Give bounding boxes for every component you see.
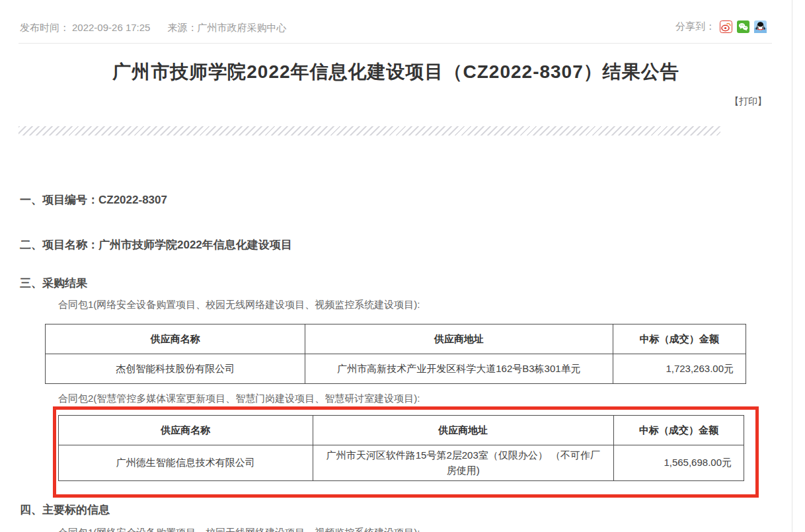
package2-label: 合同包2(智慧管控多媒体课室更新项目、智慧门岗建设项目、智慧研讨室建设项目): bbox=[58, 393, 420, 405]
table-header-row: 供应商名称 供应商地址 中标（成交）金额 bbox=[46, 324, 746, 354]
col-header-award-amount: 中标（成交）金额 bbox=[613, 416, 744, 445]
hatched-divider bbox=[19, 126, 720, 135]
table-header-row: 供应商名称 供应商地址 中标（成交）金额 bbox=[59, 416, 744, 445]
page-title: 广州市技师学院2022年信息化建设项目（CZ2022-8307）结果公告 bbox=[0, 59, 792, 85]
package1-table: 供应商名称 供应商地址 中标（成交）金额 杰创智能科技股份有限公司 广州市高新技… bbox=[45, 324, 746, 384]
red-highlight-annotation: 供应商名称 供应商地址 中标（成交）金额 广州德生智能信息技术有限公司 广州市天… bbox=[53, 406, 759, 498]
supplier-name-cell: 杰创智能科技股份有限公司 bbox=[46, 354, 305, 384]
package2-table: 供应商名称 供应商地址 中标（成交）金额 广州德生智能信息技术有限公司 广州市天… bbox=[58, 415, 744, 481]
publish-time-value: 2022-09-26 17:25 bbox=[72, 22, 150, 33]
source-label: 来源： bbox=[167, 22, 197, 33]
col-header-supplier-name: 供应商名称 bbox=[59, 416, 313, 445]
wechat-icon[interactable] bbox=[737, 20, 749, 33]
col-header-award-amount: 中标（成交）金额 bbox=[613, 324, 746, 354]
col-header-supplier-address: 供应商地址 bbox=[305, 324, 613, 354]
table-row: 杰创智能科技股份有限公司 广州市高新技术产业开发区科学大道162号B3栋301单… bbox=[46, 354, 746, 384]
source-value: 广州市政府采购中心 bbox=[197, 22, 286, 33]
section-project-name: 二、项目名称：广州市技师学院2022年信息化建设项目 bbox=[20, 237, 292, 252]
award-amount-cell: 1,565,698.00元 bbox=[613, 445, 744, 481]
announcement-page: 发布时间：2022-09-26 17:25来源：广州市政府采购中心 分享到： 广… bbox=[0, 0, 805, 532]
section-procurement-result: 三、采购结果 bbox=[20, 276, 87, 291]
qq-icon[interactable] bbox=[754, 20, 767, 33]
publish-time-label: 发布时间： bbox=[20, 22, 69, 33]
clipped-bottom-line: 合同包1(网络安全设备购置项目、校园无线网络建设项目、视频监控系统建设项目): bbox=[58, 527, 420, 532]
table-row: 广州德生智能信息技术有限公司 广州市天河区软件路15号第2层203室（仅限办公）… bbox=[59, 445, 744, 481]
supplier-address-cell: 广州市天河区软件路15号第2层203室（仅限办公） （不可作厂房使用) bbox=[313, 445, 613, 481]
supplier-name-cell: 广州德生智能信息技术有限公司 bbox=[59, 445, 313, 481]
package1-label: 合同包1(网络安全设备购置项目、校园无线网络建设项目、视频监控系统建设项目): bbox=[58, 299, 420, 311]
weibo-icon[interactable] bbox=[720, 20, 732, 33]
col-header-supplier-address: 供应商地址 bbox=[313, 416, 613, 445]
supplier-address-cell: 广州市高新技术产业开发区科学大道162号B3栋301单元 bbox=[305, 354, 613, 384]
print-button[interactable]: 【打印】 bbox=[730, 96, 767, 108]
col-header-supplier-name: 供应商名称 bbox=[46, 324, 305, 354]
award-amount-cell: 1,723,263.00元 bbox=[613, 354, 746, 384]
share-row: 分享到： bbox=[675, 20, 767, 33]
header-divider bbox=[19, 43, 772, 44]
meta-row: 发布时间：2022-09-26 17:25来源：广州市政府采购中心 bbox=[20, 22, 286, 34]
share-label: 分享到： bbox=[675, 20, 715, 33]
section-main-subject-info: 四、主要标的信息 bbox=[20, 502, 110, 517]
content-right-border bbox=[792, 0, 792, 532]
section-project-number: 一、项目编号：CZ2022-8307 bbox=[20, 192, 167, 208]
